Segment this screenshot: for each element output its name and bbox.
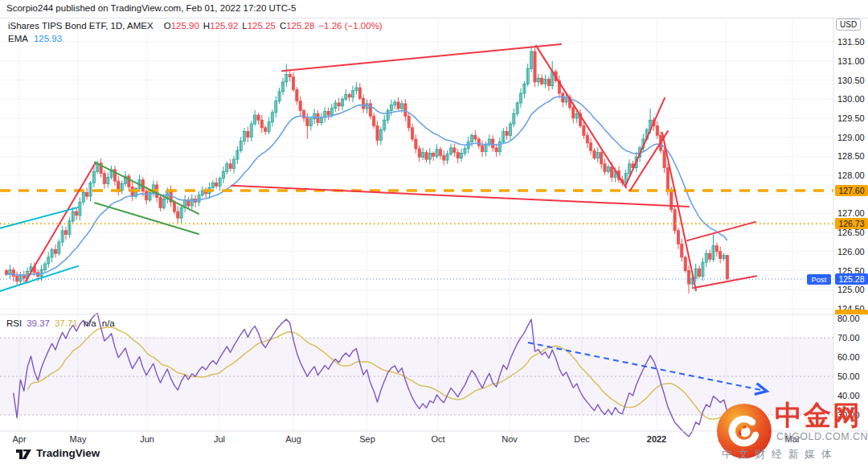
high-label: H (203, 21, 210, 31)
watermark-tagline: 中 文 财 经 新 媒 体 (722, 447, 833, 462)
price-axis-label: 126.00 (837, 247, 865, 257)
rsi-na-1: n/a (84, 318, 96, 328)
rsi-axis-label: 50.00 (837, 372, 860, 381)
tradingview-snapshot: Scorpio244 published on TradingView.com,… (0, 0, 868, 468)
rsi-axis-label: 70.00 (837, 333, 860, 343)
time-axis-label: Sep (359, 434, 375, 444)
price-axis-label: 125.00 (837, 285, 865, 294)
ema-label: EMA (8, 34, 28, 43)
price-axis-label: 131.50 (837, 37, 865, 47)
rsi-ma-value: 37.71 (55, 318, 78, 328)
low-value: 125.25 (248, 21, 276, 31)
price-axis-label: 129.00 (837, 133, 865, 142)
time-axis-label: Nov (502, 434, 518, 444)
rsi-legend: RSI39.3737.71n/an/a (6, 318, 115, 328)
rsi-value: 39.37 (27, 318, 50, 328)
rsi-label: RSI (6, 318, 22, 328)
watermark-brand: 中金网 (775, 397, 862, 434)
ema-legend: EMA125.93 (8, 34, 62, 43)
symbol-title: iShares TIPS Bond ETF, 1D, AMEX (8, 21, 154, 31)
price-axis-label: 128.50 (837, 151, 865, 161)
rsi-axis-label: 80.00 (837, 314, 860, 323)
time-axis-label: 2022 (647, 434, 666, 444)
price-axis-label: 130.50 (837, 76, 865, 85)
price-axis-label: 127.00 (837, 208, 865, 218)
price-axis-label: 130.00 (837, 94, 865, 104)
time-axis-label: Jul (214, 434, 225, 444)
close-label: C (280, 21, 286, 31)
ema-value: 125.93 (34, 34, 62, 43)
price-axis-label: 128.00 (837, 170, 865, 180)
price-badge-clipped (835, 310, 868, 314)
post-market-badge: Post (807, 274, 831, 285)
price-badge: 125.28 (835, 273, 868, 285)
change-value: −1.26 (−1.00%) (318, 21, 382, 31)
price-axis-label: 129.50 (837, 113, 865, 123)
open-value: 125.90 (171, 21, 199, 31)
tradingview-logo-icon (16, 448, 31, 459)
price-axis-label: 131.00 (837, 56, 865, 66)
time-axis-label: Oct (431, 434, 444, 444)
attribution[interactable]: Scorpio244 published on TradingView.com,… (6, 3, 296, 13)
price-badge: 127.60 (835, 185, 868, 196)
price-badge: 126.73 (835, 218, 868, 229)
cngold-watermark: 中金网 CNGOLD.COM.CN 中 文 财 经 新 媒 体 (714, 397, 868, 468)
rsi-axis-label: 60.00 (837, 352, 860, 362)
open-label: O (164, 21, 171, 31)
symbol-legend: iShares TIPS Bond ETF, 1D, AMEXO125.90H1… (8, 21, 383, 31)
watermark-domain: CNGOLD.COM.CN (776, 431, 868, 442)
tradingview-footer[interactable]: TradingView (16, 447, 100, 459)
time-axis-label: Jun (140, 434, 154, 444)
time-axis-label: May (70, 434, 87, 444)
time-axis-label: Apr (12, 434, 26, 444)
rsi-na-2: n/a (102, 318, 115, 328)
close-value: 125.28 (286, 21, 314, 31)
time-axis-label: Dec (574, 434, 590, 444)
tradingview-logo-text: TradingView (36, 447, 100, 459)
high-value: 125.92 (210, 21, 238, 31)
time-axis-label: Aug (285, 434, 301, 444)
price-axis-unit: USD (836, 18, 861, 31)
